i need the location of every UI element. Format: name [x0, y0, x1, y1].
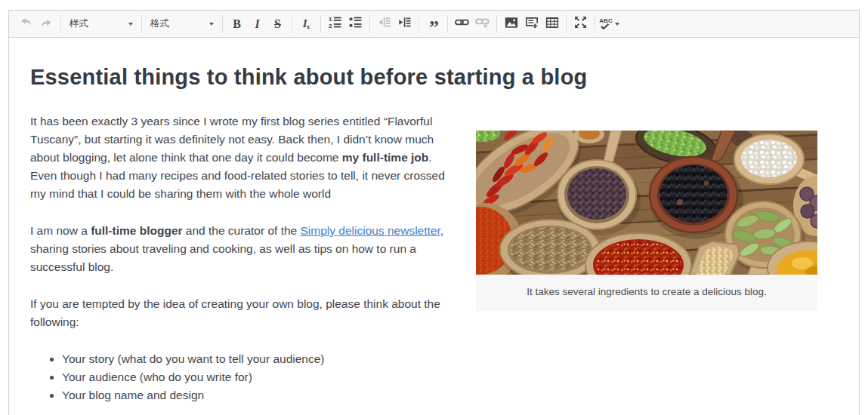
- toolbar-separator: [320, 16, 321, 32]
- spices-photo: [476, 131, 817, 275]
- styles-dropdown-label: 样式: [70, 17, 88, 30]
- list-item: Your story (what do you want to tell you…: [62, 350, 817, 368]
- editor-toolbar: 样式 格式 B I S Ix 1 2: [9, 11, 859, 38]
- toolbar-separator: [292, 16, 292, 32]
- bulleted-list-icon: [349, 16, 362, 32]
- unlink-icon: [475, 17, 490, 31]
- chevron-down-icon: [615, 23, 619, 26]
- table-button[interactable]: [542, 14, 562, 35]
- list-item: Your audience (who do you write for): [62, 368, 817, 386]
- italic-icon: I: [255, 17, 259, 31]
- bold-text: my full-time job: [342, 151, 429, 164]
- bulleted-list-button[interactable]: [345, 14, 366, 35]
- unlink-button[interactable]: [472, 14, 493, 35]
- bold-icon: B: [233, 17, 241, 31]
- toolbar-separator: [595, 16, 595, 32]
- chevron-down-icon: [209, 23, 214, 26]
- link-button[interactable]: [452, 14, 472, 35]
- toolbar-separator: [496, 16, 497, 32]
- chevron-down-icon: [128, 23, 133, 26]
- toolbar-separator: [419, 16, 419, 32]
- spellcheck-button[interactable]: ABC: [599, 14, 619, 35]
- format-dropdown-label: 格式: [150, 17, 169, 30]
- styles-dropdown[interactable]: 样式: [65, 14, 137, 35]
- numbered-list-icon: 1 2: [329, 16, 341, 32]
- numbered-list-button[interactable]: 1 2: [325, 14, 345, 35]
- article-figure[interactable]: It takes several ingredients to create a…: [476, 131, 817, 311]
- remove-format-button[interactable]: Ix: [296, 14, 317, 35]
- templates-button[interactable]: [521, 14, 542, 35]
- table-icon: [545, 17, 559, 32]
- bold-button[interactable]: B: [227, 14, 247, 35]
- redo-icon: [40, 18, 53, 29]
- list-item: Your blog name and design: [62, 386, 817, 404]
- toolbar-separator: [222, 16, 223, 32]
- format-dropdown[interactable]: 格式: [146, 14, 218, 35]
- newsletter-link[interactable]: Simply delicious newsletter: [301, 224, 440, 237]
- toolbar-separator: [60, 16, 61, 32]
- editor-content-area[interactable]: Essential things to think about before s…: [9, 38, 859, 415]
- bold-text: full-time blogger: [91, 224, 182, 237]
- undo-icon: [20, 17, 32, 31]
- toolbar-separator: [566, 16, 567, 32]
- blockquote-icon: ”: [429, 17, 437, 39]
- italic-button[interactable]: I: [247, 14, 267, 35]
- rich-text-editor: 样式 格式 B I S Ix 1 2: [8, 10, 860, 415]
- redo-button[interactable]: [36, 14, 57, 35]
- outdent-icon: [378, 16, 391, 32]
- strikethrough-button[interactable]: S: [267, 14, 288, 35]
- maximize-button[interactable]: [570, 14, 591, 35]
- templates-icon: [525, 17, 539, 32]
- indent-icon: [398, 16, 411, 32]
- image-caption: It takes several ingredients to create a…: [476, 275, 817, 311]
- image-icon: [505, 17, 518, 32]
- spellcheck-icon: ABC: [599, 18, 612, 29]
- toolbar-separator: [447, 16, 448, 32]
- undo-button[interactable]: [16, 14, 36, 35]
- page-title: Essential things to think about before s…: [30, 63, 817, 91]
- blockquote-button[interactable]: ”: [423, 14, 443, 35]
- indent-button[interactable]: [394, 14, 415, 35]
- toolbar-separator: [369, 16, 370, 32]
- svg-text:2: 2: [329, 23, 332, 29]
- outdent-button[interactable]: [374, 14, 394, 35]
- maximize-icon: [574, 16, 587, 32]
- bullet-list: Your story (what do you want to tell you…: [30, 350, 817, 404]
- image-button[interactable]: [501, 14, 521, 35]
- toolbar-separator: [141, 16, 142, 32]
- strikethrough-icon: S: [274, 17, 281, 31]
- link-icon: [455, 17, 469, 31]
